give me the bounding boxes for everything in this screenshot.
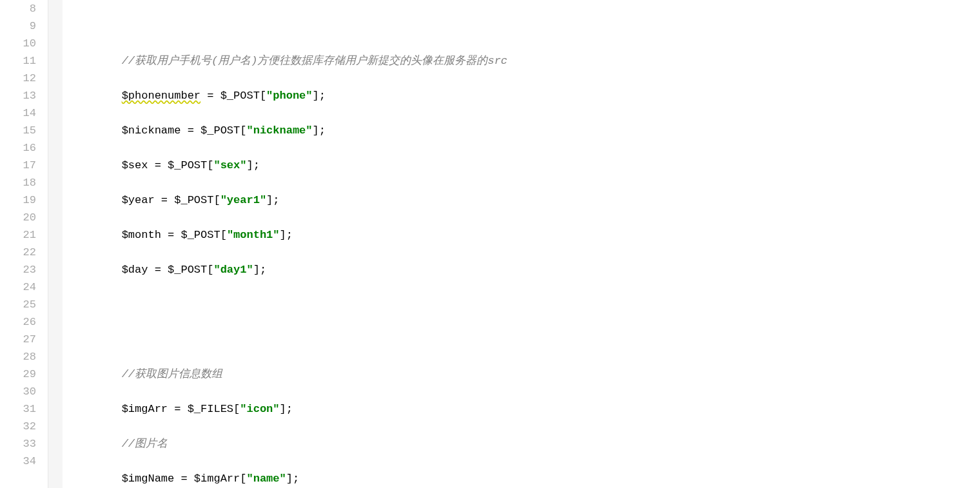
line-number: 21 — [0, 226, 36, 244]
string: "day1" — [213, 264, 253, 276]
line-number-gutter: 8 9 10 11 12 13 14 15 16 17 18 19 20 21 … — [0, 0, 48, 488]
string: "nickname" — [246, 124, 312, 137]
comment: //获取图片信息数组 — [122, 368, 222, 380]
variable: $month — [122, 229, 161, 241]
string: "month1" — [227, 229, 280, 241]
line-number: 8 — [0, 0, 36, 17]
comment: //获取用户手机号(用户名)方便往数据库存储用户新提交的头像在服务器的src — [122, 55, 507, 67]
variable: $day — [122, 264, 148, 276]
code-line[interactable] — [69, 17, 980, 35]
code-line[interactable] — [69, 331, 980, 348]
superglobal: $_POST — [168, 159, 207, 171]
line-number: 17 — [0, 157, 36, 174]
code-line[interactable]: $day = $_POST["day1"]; — [69, 261, 980, 278]
variable: $nickname — [122, 124, 181, 137]
line-number: 22 — [0, 244, 36, 261]
code-line[interactable]: $phonenumber = $_POST["phone"]; — [69, 87, 980, 104]
string: "name" — [246, 473, 286, 485]
line-number: 15 — [0, 122, 36, 139]
line-number: 32 — [0, 418, 36, 435]
line-number: 18 — [0, 174, 36, 191]
superglobal: $_POST — [174, 194, 213, 206]
code-line[interactable]: $imgName = $imgArr["name"]; — [69, 470, 980, 487]
line-number: 25 — [0, 296, 36, 313]
line-number: 10 — [0, 35, 36, 52]
string: "phone" — [266, 90, 312, 102]
line-number: 9 — [0, 17, 36, 35]
code-line[interactable]: $year = $_POST["year1"]; — [69, 191, 980, 209]
variable: $imgArr — [122, 403, 168, 415]
superglobal: $_POST — [220, 90, 260, 102]
superglobal: $_FILES — [188, 403, 233, 415]
comment: //图片名 — [122, 438, 168, 450]
line-number: 23 — [0, 261, 36, 278]
variable: $year — [122, 194, 155, 206]
line-number: 31 — [0, 400, 36, 418]
line-number: 16 — [0, 139, 36, 157]
code-line[interactable]: //图片名 — [69, 435, 980, 453]
string: "icon" — [240, 403, 279, 415]
code-line[interactable]: //获取用户手机号(用户名)方便往数据库存储用户新提交的头像在服务器的src — [69, 52, 980, 70]
string: "sex" — [213, 159, 246, 171]
line-number: 24 — [0, 278, 36, 296]
line-number: 27 — [0, 331, 36, 348]
fold-margin — [48, 0, 63, 488]
superglobal: $_POST — [201, 124, 240, 137]
code-line[interactable]: $nickname = $_POST["nickname"]; — [69, 122, 980, 139]
variable: $imgArr — [194, 473, 240, 485]
line-number: 28 — [0, 348, 36, 366]
code-line[interactable]: //获取图片信息数组 — [69, 366, 980, 383]
line-number: 14 — [0, 104, 36, 122]
superglobal: $_POST — [168, 264, 207, 276]
line-number: 11 — [0, 52, 36, 70]
line-number: 26 — [0, 313, 36, 331]
line-number: 12 — [0, 70, 36, 87]
variable: $phonenumber — [122, 90, 201, 102]
line-number: 20 — [0, 209, 36, 226]
line-number: 13 — [0, 87, 36, 104]
line-number: 33 — [0, 435, 36, 453]
code-line[interactable]: $imgArr = $_FILES["icon"]; — [69, 400, 980, 418]
line-number: 30 — [0, 383, 36, 400]
variable: $sex — [122, 159, 148, 171]
line-number: 29 — [0, 366, 36, 383]
string: "year1" — [220, 194, 266, 206]
code-editor[interactable]: //获取用户手机号(用户名)方便往数据库存储用户新提交的头像在服务器的src $… — [63, 0, 980, 488]
line-number: 34 — [0, 453, 36, 470]
variable: $imgName — [122, 473, 175, 485]
code-line[interactable] — [69, 296, 980, 313]
superglobal: $_POST — [181, 229, 220, 241]
line-number: 19 — [0, 191, 36, 209]
code-line[interactable]: $sex = $_POST["sex"]; — [69, 157, 980, 174]
code-line[interactable]: $month = $_POST["month1"]; — [69, 226, 980, 244]
